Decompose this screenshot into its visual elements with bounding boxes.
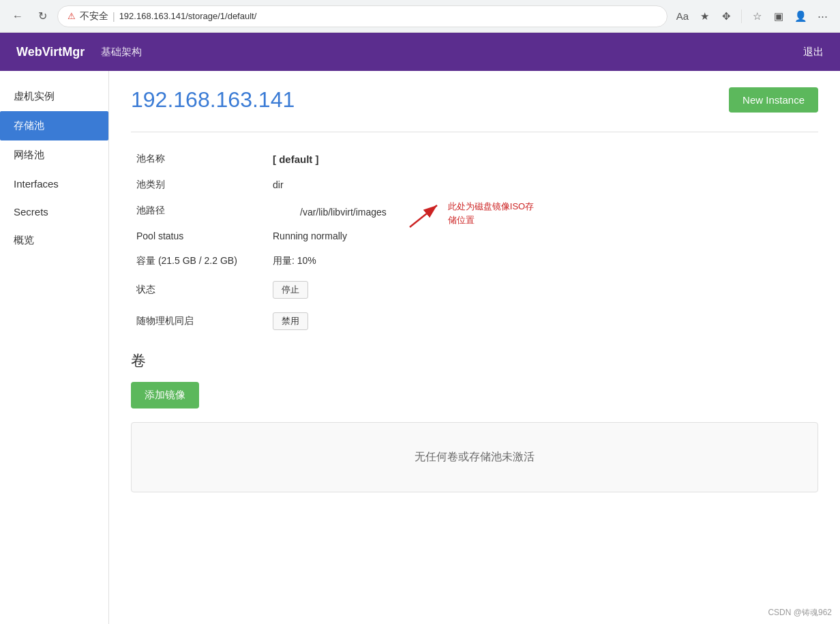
state-value: 停止 [267,274,818,306]
extensions-icon[interactable]: ✥ [717,7,736,26]
volumes-title: 卷 [131,351,818,371]
favorites-icon[interactable]: ☆ [747,7,766,26]
pool-name-value: [ default ] [267,146,818,172]
autostart-label: 随物理机同启 [131,306,267,337]
sidebar-item-overview[interactable]: 概览 [0,226,108,255]
footer-attribution: CSDN @铸魂962 [768,607,832,619]
pool-path-value: /var/lib/libvirt/images [267,198,818,224]
sidebar-item-storage-pools[interactable]: 存储池 [0,111,108,140]
main-container: 虚机实例 存储池 网络池 Interfaces Secrets 概览 192.1… [0,71,840,624]
header-right: 退出 [803,46,824,59]
logout-button[interactable]: 退出 [803,46,824,59]
add-image-button[interactable]: 添加镜像 [131,382,199,408]
not-secure-text: 不安全 [80,10,108,23]
sidebar-item-secrets[interactable]: Secrets [0,198,108,226]
profile-icon[interactable]: 👤 [791,7,810,26]
content-area: 192.168.163.141 New Instance 池名称 [ defau… [109,71,840,624]
nav-link-infrastructure[interactable]: 基础架构 [101,46,142,59]
info-table: 池名称 [ default ] 池类别 dir 池路径 /var/lib/lib… [131,146,818,337]
annotation-text: 此处为磁盘镜像ISO存储位置 [448,200,537,226]
pool-type-row: 池类别 dir [131,172,818,198]
state-row: 状态 停止 [131,274,818,306]
volumes-section: 卷 添加镜像 无任何卷或存储池未激活 [131,351,818,492]
browser-icon-1[interactable]: ★ [695,7,714,26]
back-button[interactable]: ← [8,7,27,26]
svg-line-1 [410,205,437,227]
sidebar-item-network-pools[interactable]: 网络池 [0,140,108,170]
page-title: 192.168.163.141 [131,87,295,113]
disable-button[interactable]: 禁用 [273,312,308,330]
page-header: 192.168.163.141 New Instance [131,87,818,113]
address-bar: ⚠ 不安全 | 192.168.163.141/storage/1/defaul… [57,5,668,27]
pool-name-label: 池名称 [131,146,267,172]
stop-button[interactable]: 停止 [273,281,308,299]
collections-icon[interactable]: ▣ [769,7,788,26]
autostart-value: 禁用 [267,306,818,337]
pool-type-value: dir [267,172,818,198]
empty-state-text: 无任何卷或存储池未激活 [415,451,535,462]
autostart-row: 随物理机同启 禁用 [131,306,818,337]
refresh-button[interactable]: ↻ [33,7,52,26]
capacity-row: 容量 (21.5 GB / 2.2 GB) 用量: 10% [131,248,818,274]
sidebar-item-vm-instances[interactable]: 虚机实例 [0,82,108,111]
pool-status-label: Pool status [131,224,267,248]
divider [131,132,818,132]
sidebar-item-interfaces[interactable]: Interfaces [0,170,108,198]
app-header: WebVirtMgr 基础架构 退出 [0,33,840,71]
capacity-label: 容量 (21.5 GB / 2.2 GB) [131,248,267,274]
pool-status-value: Running normally [267,224,818,248]
url-text[interactable]: 192.168.163.141/storage/1/default/ [119,11,257,21]
separator: | [112,11,115,22]
empty-state-box: 无任何卷或存储池未激活 [131,422,818,492]
app-logo[interactable]: WebVirtMgr [16,45,85,59]
pool-type-label: 池类别 [131,172,267,198]
browser-chrome: ← ↻ ⚠ 不安全 | 192.168.163.141/storage/1/de… [0,0,840,33]
state-label: 状态 [131,274,267,306]
warning-icon: ⚠ [68,11,76,21]
annotation-block: 此处为磁盘镜像ISO存储位置 [403,200,537,234]
read-mode-icon[interactable]: Aa [673,7,692,26]
sidebar: 虚机实例 存储池 网络池 Interfaces Secrets 概览 [0,71,109,624]
red-arrow-icon [403,200,444,234]
new-instance-button[interactable]: New Instance [729,87,818,113]
capacity-value: 用量: 10% [267,248,818,274]
pool-path-label: 池路径 [131,198,267,224]
browser-right-icons: Aa ★ ✥ ☆ ▣ 👤 ⋯ [673,7,832,26]
icon-separator [741,10,742,23]
pool-path-row: 池路径 /var/lib/libvirt/images [131,198,818,224]
settings-icon[interactable]: ⋯ [813,7,832,26]
pool-name-row: 池名称 [ default ] [131,146,818,172]
